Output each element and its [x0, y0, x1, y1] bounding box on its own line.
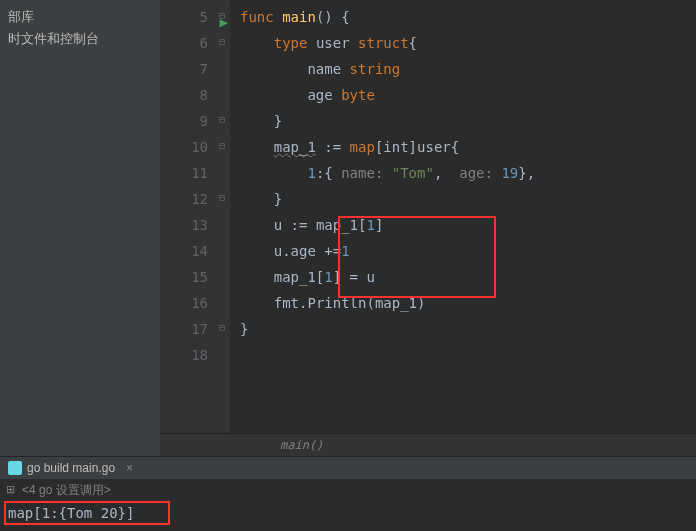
gutter-line-13[interactable]: 13 — [160, 212, 230, 238]
close-icon[interactable]: × — [126, 461, 133, 475]
sidebar-item-scratch[interactable]: 时文件和控制台 — [0, 28, 160, 50]
code-line-15[interactable]: map_1[1] = u — [230, 264, 696, 290]
fold-icon[interactable]: ⊟ — [216, 10, 228, 22]
sidebar-item-lib[interactable]: 部库 — [0, 6, 160, 28]
terminal-tab-label: go build main.go — [27, 461, 115, 475]
gutter-line-8[interactable]: 8 — [160, 82, 230, 108]
code-line-10[interactable]: ⊟ map_1 := map[int]user{ — [230, 134, 696, 160]
gutter-line-14[interactable]: 14 — [160, 238, 230, 264]
terminal-subheader[interactable]: <4 go 设置调用> — [0, 479, 696, 502]
code-line-17[interactable]: ⊟} — [230, 316, 696, 342]
code-line-8[interactable]: age byte — [230, 82, 696, 108]
gutter-line-15[interactable]: 15 — [160, 264, 230, 290]
fold-icon[interactable]: ⊟ — [216, 322, 228, 334]
gutter-line-18[interactable]: 18 — [160, 342, 230, 368]
fold-icon[interactable]: ⊟ — [216, 140, 228, 152]
terminal-tab-bar: go build main.go × — [0, 456, 696, 479]
code-line-9[interactable]: ⊟ } — [230, 108, 696, 134]
fold-icon[interactable]: ⊟ — [216, 36, 228, 48]
gutter[interactable]: 5 ▶ 6 7 8 9 10 11 12 13 14 15 16 17 18 — [160, 0, 230, 433]
code-line-14[interactable]: u.age +=1 — [230, 238, 696, 264]
terminal-panel: go build main.go × <4 go 设置调用> map[1:{To… — [0, 456, 696, 531]
fold-icon[interactable]: ⊟ — [216, 114, 228, 126]
code-line-6[interactable]: ⊟ type user struct{ — [230, 30, 696, 56]
breadcrumb[interactable]: main() — [160, 433, 696, 456]
grid-icon — [6, 486, 16, 496]
code-editor[interactable]: ⊟func main() { ⊟ type user struct{ name … — [230, 0, 696, 433]
terminal-tab[interactable]: go build main.go × — [8, 461, 133, 475]
code-line-13[interactable]: u := map_1[1] — [230, 212, 696, 238]
fold-icon[interactable]: ⊟ — [216, 192, 228, 204]
code-line-7[interactable]: name string — [230, 56, 696, 82]
project-sidebar[interactable]: 部库 时文件和控制台 — [0, 0, 160, 456]
go-icon — [8, 461, 22, 475]
code-line-12[interactable]: ⊟ } — [230, 186, 696, 212]
code-line-5[interactable]: ⊟func main() { — [230, 4, 696, 30]
editor-area: 5 ▶ 6 7 8 9 10 11 12 13 14 15 16 17 18 ⊟… — [160, 0, 696, 456]
gutter-line-16[interactable]: 16 — [160, 290, 230, 316]
code-line-11[interactable]: 1:{ name: "Tom", age: 19}, — [230, 160, 696, 186]
code-line-16[interactable]: fmt.Println(map_1) — [230, 290, 696, 316]
terminal-output[interactable]: map[1:{Tom 20}] — [0, 502, 696, 531]
gutter-line-7[interactable]: 7 — [160, 56, 230, 82]
gutter-line-11[interactable]: 11 — [160, 160, 230, 186]
code-line-18[interactable] — [230, 342, 696, 368]
